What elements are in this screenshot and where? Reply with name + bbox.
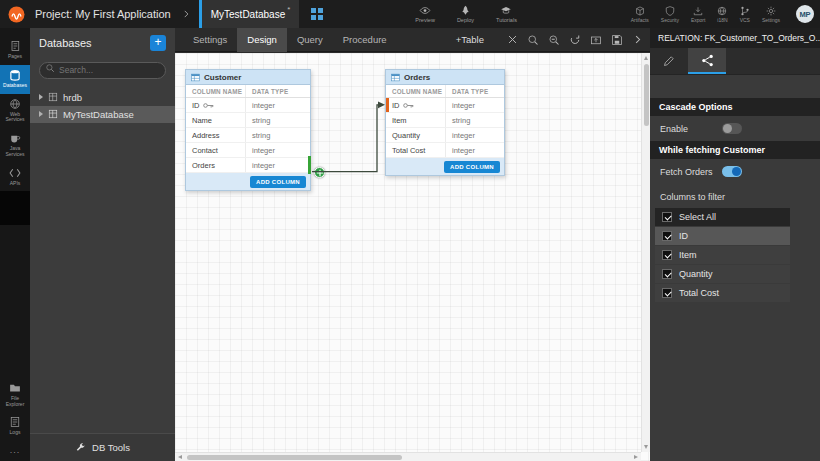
horizontal-scrollbar[interactable] (175, 452, 641, 461)
rail-item-pages[interactable]: Pages (0, 36, 30, 65)
entity-customer[interactable]: Customer COLUMN NAME DATA TYPE ID intege… (185, 69, 311, 191)
table-row-relation-source[interactable]: Orders integer (186, 158, 310, 173)
rail-item-file-explorer[interactable]: File Explorer (0, 378, 30, 413)
main-area: Settings Design Query Procedure +Table C… (175, 28, 650, 461)
rail-label: APIs (10, 181, 21, 187)
rail-item-apis[interactable]: APIs (0, 163, 30, 192)
entity-column-headers: COLUMN NAME DATA TYPE (186, 85, 310, 98)
table-row[interactable]: Quantity integer (386, 128, 504, 143)
column-type: integer (446, 101, 475, 110)
save-icon[interactable] (611, 34, 623, 46)
i18n-button[interactable]: i18N (717, 6, 727, 23)
close-icon[interactable] (507, 34, 518, 45)
checkbox[interactable] (662, 231, 672, 241)
tree-item-hrdb[interactable]: hrdb (30, 89, 175, 106)
columns-to-filter-label: Columns to filter (650, 184, 820, 207)
export-button[interactable]: Export (691, 6, 705, 23)
export-label: Export (691, 17, 705, 23)
entity-footer: ADD COLUMN (386, 158, 504, 175)
tab-procedure[interactable]: Procedure (333, 28, 397, 52)
table-row-relation-target[interactable]: ID integer (386, 98, 504, 113)
vcs-label: VCS (740, 17, 750, 23)
tab-settings[interactable]: Settings (183, 28, 237, 52)
settings-button[interactable]: Settings (762, 6, 780, 23)
er-diagram-canvas[interactable]: Customer COLUMN NAME DATA TYPE ID intege… (175, 53, 650, 461)
table-row[interactable]: Total Cost integer (386, 143, 504, 158)
checkbox[interactable] (662, 250, 672, 260)
relation-icon (701, 54, 714, 67)
filter-label: Total Cost (679, 288, 719, 298)
zoom-out-icon[interactable] (548, 34, 560, 46)
wavemaker-logo-icon[interactable] (8, 6, 25, 23)
artifacts-button[interactable]: Artifacts (631, 6, 649, 23)
tutorials-button[interactable]: Tutorials (496, 5, 517, 23)
vertical-scrollbar[interactable] (641, 53, 650, 452)
table-row[interactable]: Item string (386, 113, 504, 128)
column-type: string (246, 116, 270, 125)
checkbox[interactable] (662, 288, 672, 298)
search-input[interactable] (39, 62, 166, 79)
deploy-button[interactable]: Deploy (457, 5, 474, 23)
expand-panel-icon[interactable] (632, 34, 643, 45)
fetch-orders-row: Fetch Orders (650, 159, 820, 184)
table-row[interactable]: ID integer (186, 98, 310, 113)
entity-header[interactable]: Customer (186, 70, 310, 85)
table-row[interactable]: Name string (186, 113, 310, 128)
export-diagram-icon[interactable] (590, 34, 602, 46)
entity-header[interactable]: Orders (386, 70, 504, 85)
tab-relation[interactable] (688, 48, 726, 74)
add-column-button[interactable]: ADD COLUMN (444, 161, 500, 173)
refresh-icon[interactable] (569, 34, 581, 46)
add-database-button[interactable]: + (150, 35, 166, 51)
preview-button[interactable]: Preview (415, 5, 435, 23)
design-toolbar: Settings Design Query Procedure +Table (175, 28, 650, 52)
rail-item-databases[interactable]: Databases (0, 65, 30, 94)
checkbox[interactable] (662, 269, 672, 279)
scroll-down-icon[interactable] (644, 445, 648, 449)
entity-title: Customer (204, 73, 241, 82)
db-tools-label: DB Tools (92, 442, 130, 453)
table-row[interactable]: Address string (186, 128, 310, 143)
toolbar-actions: +Table (456, 34, 650, 46)
filter-row-quantity[interactable]: Quantity (655, 265, 790, 283)
filter-row-item[interactable]: Item (655, 246, 790, 264)
tab-edit-column[interactable] (650, 48, 688, 74)
add-column-button[interactable]: ADD COLUMN (250, 176, 306, 188)
tab-query[interactable]: Query (287, 28, 333, 52)
rail-item-web-services[interactable]: Web Services (0, 94, 30, 129)
rail-item-logs[interactable]: Logs (0, 412, 30, 441)
filter-row-select-all[interactable]: Select All (655, 208, 790, 226)
rail-label: Logs (10, 430, 21, 436)
rail-overflow-menu[interactable]: ... (10, 441, 21, 461)
vertical-scrollbar-thumb[interactable] (644, 64, 649, 126)
scroll-up-icon[interactable] (644, 56, 648, 60)
table-row[interactable]: Contact integer (186, 143, 310, 158)
search-icon[interactable] (527, 34, 539, 46)
scroll-right-icon[interactable] (634, 455, 638, 459)
security-button[interactable]: Security (661, 6, 679, 23)
chevron-right-icon (39, 111, 43, 117)
add-table-button[interactable]: +Table (456, 34, 484, 45)
filter-row-id[interactable]: ID (655, 227, 790, 245)
checkbox[interactable] (662, 212, 672, 222)
scroll-left-icon[interactable] (178, 455, 182, 459)
user-avatar[interactable]: MP (796, 5, 814, 23)
fetch-orders-toggle[interactable] (722, 166, 742, 177)
filter-row-total-cost[interactable]: Total Cost (655, 284, 790, 302)
db-tools-button[interactable]: DB Tools (30, 433, 175, 461)
entity-orders[interactable]: Orders COLUMN NAME DATA TYPE ID integer … (385, 69, 505, 176)
tab-design[interactable]: Design (237, 28, 287, 52)
enable-toggle[interactable] (722, 123, 742, 134)
vcs-button[interactable]: VCS (740, 6, 750, 23)
relation-drag-handle-icon[interactable] (314, 167, 325, 178)
rail-item-java-services[interactable]: Java Services (0, 128, 30, 163)
horizontal-scrollbar-thumb[interactable] (187, 455, 402, 460)
data-type-header: DATA TYPE (246, 88, 288, 95)
logs-icon (9, 416, 21, 428)
tree-item-mytestdatabase[interactable]: MyTestDatabase (30, 106, 175, 123)
project-chevron-icon[interactable] (181, 9, 191, 19)
apps-grid-icon[interactable] (311, 8, 323, 20)
database-node-icon (48, 109, 58, 119)
database-tab[interactable]: MyTestDatabase * (199, 0, 300, 28)
preview-label: Preview (415, 17, 435, 23)
